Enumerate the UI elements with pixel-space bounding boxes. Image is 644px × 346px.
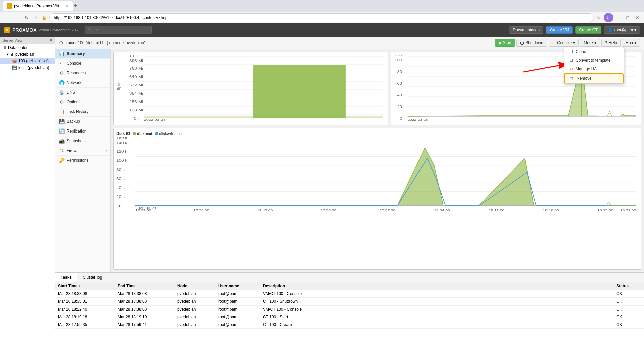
col-node[interactable]: Node bbox=[175, 282, 216, 290]
table-row[interactable]: Mar 28 18:22:40 Mar 28 18:38:08 pvedebia… bbox=[55, 306, 644, 313]
svg-text:18:18:00: 18:18:00 bbox=[582, 120, 597, 121]
svg-text:128 Mi: 128 Mi bbox=[129, 108, 143, 112]
svg-text:18:20:00: 18:20:00 bbox=[283, 120, 299, 121]
dropdown-manage-ha[interactable]: ⚙ Manage HA bbox=[564, 65, 624, 73]
back-button[interactable]: ← bbox=[3, 14, 11, 22]
svg-text:18:32:00: 18:32:00 bbox=[625, 120, 638, 121]
task-history-icon: 📋 bbox=[59, 109, 65, 114]
start-button[interactable]: ▶ Start bbox=[495, 39, 515, 47]
sidebar-item-pvedebian[interactable]: ▾ 🖥 pvedebian bbox=[0, 51, 55, 58]
svg-text:384 Mi: 384 Mi bbox=[129, 92, 143, 96]
col-start-time[interactable]: Start Time ↓ bbox=[55, 282, 115, 290]
browser-close-button[interactable]: ✕ bbox=[633, 14, 641, 22]
svg-text:17:40:00: 17:40:00 bbox=[172, 120, 188, 121]
col-username[interactable]: User name bbox=[216, 282, 260, 290]
hour-button[interactable]: Hou ▾ bbox=[622, 39, 640, 47]
svg-rect-19 bbox=[144, 116, 383, 118]
new-tab-button[interactable]: + bbox=[74, 2, 78, 9]
user-menu-button[interactable]: 👤 root@pam ▾ bbox=[604, 26, 640, 34]
col-status[interactable]: Status bbox=[614, 282, 644, 290]
sidebar-header-label: Server View bbox=[3, 38, 22, 42]
svg-text:120 k: 120 k bbox=[116, 150, 128, 154]
shutdown-button[interactable]: ⏻ Shutdown bbox=[516, 39, 547, 47]
col-description[interactable]: Description bbox=[260, 282, 614, 290]
dropdown-convert-template[interactable]: ☐ Convert to template bbox=[564, 56, 624, 65]
pvedebian-icon: 🖥 bbox=[10, 52, 14, 57]
resources-icon: ⚙ bbox=[59, 70, 65, 76]
tab-close-button[interactable]: ✕ bbox=[65, 3, 69, 9]
nav-permissions[interactable]: 🔑 Permissions bbox=[55, 156, 110, 165]
svg-text:17:36:00: 17:36:00 bbox=[193, 208, 209, 211]
svg-text:18:32:00: 18:32:00 bbox=[620, 208, 636, 211]
tasks-data-table: Start Time ↓ End Time Node User name Des… bbox=[55, 282, 644, 329]
create-ct-button[interactable]: Create CT bbox=[575, 26, 601, 34]
nav-resources[interactable]: ⚙ Resources bbox=[55, 68, 110, 78]
maximize-button[interactable]: □ bbox=[625, 14, 631, 22]
svg-text:18:11:00: 18:11:00 bbox=[555, 120, 571, 121]
logo-icon: ✕ bbox=[4, 27, 10, 33]
url-input[interactable] bbox=[49, 13, 594, 22]
col-end-time[interactable]: End Time bbox=[115, 282, 175, 290]
diskio-zoom-control[interactable]: □ bbox=[179, 132, 182, 136]
minimize-button[interactable]: ─ bbox=[615, 14, 623, 22]
nav-replication[interactable]: 🔄 Replication bbox=[55, 126, 110, 136]
console-icon: ›_ bbox=[552, 40, 556, 45]
tab-title: pvedebian - Proxmox Virt... bbox=[14, 4, 63, 8]
tab-bar: P pvedebian - Proxmox Virt... ✕ + bbox=[0, 0, 644, 12]
reload-button[interactable]: ↻ bbox=[23, 14, 31, 22]
dropdown-clone[interactable]: ☐ Clone bbox=[564, 47, 624, 56]
svg-text:18:25:00: 18:25:00 bbox=[597, 208, 613, 211]
create-vm-button[interactable]: Create VM bbox=[546, 26, 573, 34]
dropdown-remove[interactable]: 🗑 Remove bbox=[564, 73, 624, 83]
bookmark-icon[interactable]: ☆ bbox=[597, 15, 601, 20]
sidebar-collapse-icon[interactable]: ✕ bbox=[49, 38, 52, 42]
browser-tab[interactable]: P pvedebian - Proxmox Virt... ✕ bbox=[3, 1, 73, 11]
svg-text:17:50:00: 17:50:00 bbox=[200, 120, 216, 121]
tasks-panel: Tasks Cluster log Start Time ↓ End Time bbox=[55, 272, 644, 346]
table-row[interactable]: Mar 28 18:19:18 Mar 28 18:19:19 pvedebia… bbox=[55, 313, 644, 321]
help-button[interactable]: ? Help bbox=[601, 39, 621, 47]
search-input[interactable] bbox=[85, 26, 152, 34]
browser-chrome: P pvedebian - Proxmox Virt... ✕ + ← → ↻ … bbox=[0, 0, 644, 23]
svg-text:17:57:00: 17:57:00 bbox=[380, 208, 395, 211]
nav-dns[interactable]: 📡 DNS bbox=[55, 88, 110, 97]
svg-text:1 Gi: 1 Gi bbox=[129, 55, 138, 58]
replication-icon: 🔄 bbox=[59, 128, 65, 134]
sidebar-item-local[interactable]: 💾 local (pvedebian) bbox=[0, 64, 55, 71]
nav-options[interactable]: ⚙ Options bbox=[55, 97, 110, 107]
more-button[interactable]: More ▾ bbox=[580, 39, 600, 47]
svg-text:160 k: 160 k bbox=[116, 137, 128, 140]
nav-network[interactable]: 🌐 Network bbox=[55, 78, 110, 88]
nav-firewall[interactable]: 🛡 Firewall bbox=[55, 146, 110, 156]
sidebar-item-datacenter[interactable]: 🖥 Datacenter bbox=[0, 44, 55, 51]
table-row[interactable]: Mar 28 18:38:01 Mar 28 18:38:03 pvedebia… bbox=[55, 298, 644, 306]
diskio-chart-title: Disk IO diskread diskwrite □ bbox=[116, 131, 638, 136]
nav-backup[interactable]: 💾 Backup bbox=[55, 117, 110, 126]
memory-chart: 0 i 128 Mi 256 Mi 384 Mi 512 Mi 640 Mi 7… bbox=[116, 55, 385, 121]
svg-text:140 k: 140 k bbox=[116, 141, 128, 145]
forward-button[interactable]: → bbox=[13, 14, 21, 22]
svg-text:18:18:00: 18:18:00 bbox=[543, 208, 559, 211]
svg-text:100: 100 bbox=[395, 58, 402, 62]
tab-tasks[interactable]: Tasks bbox=[55, 273, 77, 282]
datacenter-icon: 🖥 bbox=[3, 45, 7, 50]
diskwrite-legend: diskwrite bbox=[155, 132, 176, 136]
app: ✕ PROXMOX Virtual Environment 7.1-11 Doc… bbox=[0, 23, 644, 346]
logo-text: PROXMOX bbox=[12, 27, 37, 33]
sidebar-item-container100[interactable]: 📦 100 (debian11ct) bbox=[0, 58, 55, 64]
nav-task-history[interactable]: 📋 Task History bbox=[55, 107, 110, 117]
documentation-button[interactable]: Documentation bbox=[509, 26, 543, 34]
pvedebian-label: pvedebian bbox=[15, 52, 34, 57]
nav-console[interactable]: ›_ Console bbox=[55, 59, 110, 68]
console-button[interactable]: ›_ Console ▾ bbox=[549, 39, 579, 47]
svg-text:17:43:00: 17:43:00 bbox=[257, 208, 273, 211]
home-button[interactable]: ⌂ bbox=[32, 14, 39, 22]
nav-summary[interactable]: 📊 Summary bbox=[55, 49, 110, 59]
table-row[interactable]: Mar 28 17:59:35 Mar 28 17:59:41 pvedebia… bbox=[55, 321, 644, 329]
svg-text:17:57:00: 17:57:00 bbox=[499, 120, 514, 121]
tab-cluster-log[interactable]: Cluster log bbox=[77, 273, 108, 282]
convert-icon: ☐ bbox=[569, 58, 573, 63]
nav-snapshots[interactable]: 📸 Snapshots bbox=[55, 136, 110, 146]
table-row[interactable]: Mar 28 18:38:08 Mar 28 18:38:08 pvedebia… bbox=[55, 290, 644, 298]
svg-text:18:30:00: 18:30:00 bbox=[311, 120, 327, 121]
